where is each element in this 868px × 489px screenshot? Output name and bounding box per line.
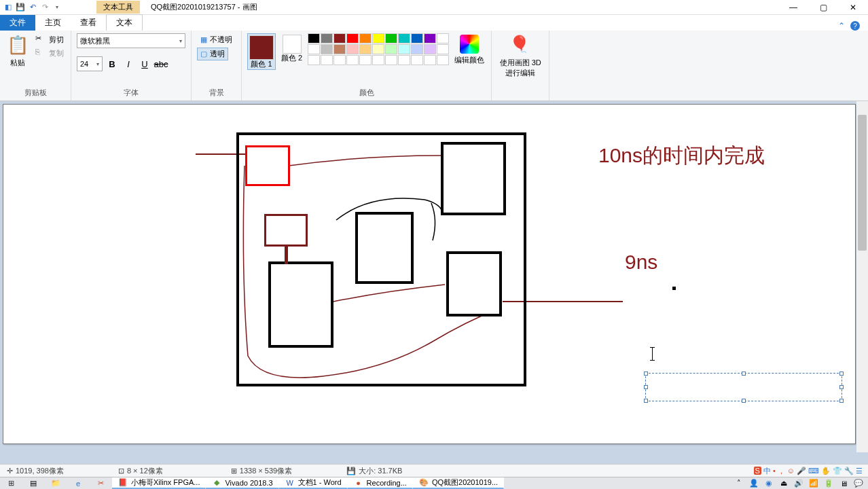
tab-home[interactable]: 主页: [35, 15, 71, 31]
palette-cell[interactable]: [411, 44, 423, 54]
vertical-scrollbar[interactable]: [856, 101, 868, 452]
underline-button[interactable]: U: [138, 57, 151, 71]
palette-cell[interactable]: [372, 44, 384, 54]
tab-view[interactable]: 查看: [71, 15, 106, 31]
help-icon[interactable]: ?: [850, 21, 860, 31]
task-vivado[interactable]: ◆ Vivado 2018.3: [206, 477, 278, 489]
palette-cell[interactable]: [437, 44, 449, 54]
ime-voice-icon[interactable]: 🎤: [797, 467, 806, 475]
palette-cell[interactable]: [333, 33, 346, 43]
palette-cell[interactable]: [346, 55, 359, 65]
palette-cell[interactable]: [308, 44, 320, 54]
color2-button[interactable]: 颜色 2: [280, 33, 304, 63]
tray-usb-icon[interactable]: ⏏: [778, 478, 789, 489]
save-icon[interactable]: 💾: [15, 2, 26, 13]
maximize-button[interactable]: ▢: [808, 0, 838, 15]
palette-cell[interactable]: [424, 33, 436, 43]
color-palette[interactable]: [308, 33, 449, 65]
font-size-combo[interactable]: 24 ▾: [77, 56, 103, 71]
palette-cell[interactable]: [398, 44, 410, 54]
minimize-ribbon-icon[interactable]: ⌃: [838, 21, 845, 31]
taskview-button[interactable]: ▤: [22, 477, 45, 489]
palette-cell[interactable]: [372, 33, 384, 43]
start-button[interactable]: ⊞: [0, 477, 22, 489]
ime-menu-icon[interactable]: ☰: [856, 467, 863, 475]
palette-cell[interactable]: [321, 55, 333, 65]
ime-punct-icon[interactable]: ，: [778, 466, 785, 476]
tab-text[interactable]: 文本: [106, 14, 143, 31]
transparent-icon: ▢: [200, 50, 207, 58]
cut-button[interactable]: ✂ 剪切: [34, 33, 65, 46]
ime-shirt-icon[interactable]: 👕: [833, 467, 842, 475]
palette-cell[interactable]: [359, 55, 372, 65]
palette-cell[interactable]: [411, 55, 423, 65]
tray-notifications-icon[interactable]: 💬: [853, 478, 864, 489]
palette-cell[interactable]: [321, 33, 333, 43]
task-recording-label: Recording...: [367, 479, 407, 487]
copy-button[interactable]: ⎘ 复制: [34, 47, 65, 59]
palette-cell[interactable]: [424, 55, 436, 65]
task-pdf[interactable]: 📕 小梅哥Xilinx FPGA...: [112, 477, 206, 489]
palette-cell[interactable]: [385, 55, 397, 65]
snip-button[interactable]: ✂: [90, 477, 112, 489]
palette-cell[interactable]: [385, 33, 397, 43]
tray-person-icon[interactable]: 👤: [748, 478, 759, 489]
tray-battery-icon[interactable]: 🔋: [823, 478, 834, 489]
paste-button[interactable]: 📋 粘贴: [5, 33, 30, 69]
ime-button[interactable]: S: [754, 467, 761, 475]
font-name-combo[interactable]: 微软雅黑 ▾: [77, 33, 185, 48]
palette-cell[interactable]: [411, 33, 423, 43]
tray-monitor-icon[interactable]: 🖥: [838, 478, 849, 489]
palette-cell[interactable]: [346, 44, 359, 54]
palette-cell[interactable]: [346, 33, 359, 43]
palette-cell[interactable]: [437, 33, 449, 43]
qat-dropdown-icon[interactable]: ▾: [52, 2, 62, 13]
color1-button[interactable]: 颜色 1: [247, 33, 276, 70]
palette-cell[interactable]: [333, 44, 346, 54]
explorer-button[interactable]: 📁: [45, 477, 67, 489]
palette-cell[interactable]: [385, 44, 397, 54]
tray-up-icon[interactable]: ˄: [734, 478, 744, 489]
canvas[interactable]: 10ns的时间内完成 9ns: [3, 104, 856, 444]
ime-tool-icon[interactable]: 🔧: [844, 467, 854, 475]
palette-cell[interactable]: [398, 33, 410, 43]
palette-cell[interactable]: [437, 55, 449, 65]
bold-button[interactable]: B: [105, 57, 119, 71]
ime-keyboard-icon[interactable]: ⌨: [808, 467, 819, 475]
undo-icon[interactable]: ↶: [27, 2, 38, 13]
minimize-button[interactable]: —: [778, 0, 808, 15]
status-file-size: 大小: 31.7KB: [359, 466, 402, 476]
ime-hand-icon[interactable]: ✋: [821, 467, 831, 475]
palette-cell[interactable]: [333, 55, 346, 65]
task-paint[interactable]: 🎨 QQ截图20201019...: [413, 477, 504, 489]
ime-emoji-icon[interactable]: ☺: [787, 467, 795, 475]
palette-cell[interactable]: [359, 33, 372, 43]
tray-app-icon[interactable]: ◉: [763, 478, 774, 489]
italic-button[interactable]: I: [122, 57, 135, 71]
palette-cell[interactable]: [321, 44, 333, 54]
edge-button[interactable]: e: [67, 477, 90, 489]
paint3d-button[interactable]: 🎈 使用画图 3D 进行编辑: [497, 33, 543, 79]
close-button[interactable]: ✕: [838, 0, 868, 15]
palette-cell[interactable]: [308, 55, 320, 65]
black-box-1: [441, 142, 506, 215]
strikethrough-button[interactable]: abc: [154, 57, 168, 71]
text-selection-box[interactable]: [645, 373, 842, 401]
opaque-label: 不透明: [210, 35, 232, 45]
palette-cell[interactable]: [398, 55, 410, 65]
task-recording[interactable]: ● Recording...: [348, 477, 413, 489]
palette-cell[interactable]: [359, 44, 372, 54]
scrollbar-thumb[interactable]: [858, 115, 867, 251]
tab-file[interactable]: 文件: [0, 15, 35, 31]
transparent-button[interactable]: ▢ 透明: [197, 48, 228, 60]
tray-wifi-icon[interactable]: 📶: [808, 478, 819, 489]
ime-lang[interactable]: 中: [763, 466, 771, 476]
edit-colors-button[interactable]: 编辑颜色: [453, 33, 486, 67]
palette-cell[interactable]: [308, 33, 320, 43]
redo-icon[interactable]: ↷: [39, 2, 50, 13]
opaque-button[interactable]: ▦ 不透明: [197, 33, 236, 46]
task-word[interactable]: W 文档1 - Word: [279, 477, 348, 489]
tray-volume-icon[interactable]: 🔊: [793, 478, 804, 489]
palette-cell[interactable]: [372, 55, 384, 65]
palette-cell[interactable]: [424, 44, 436, 54]
